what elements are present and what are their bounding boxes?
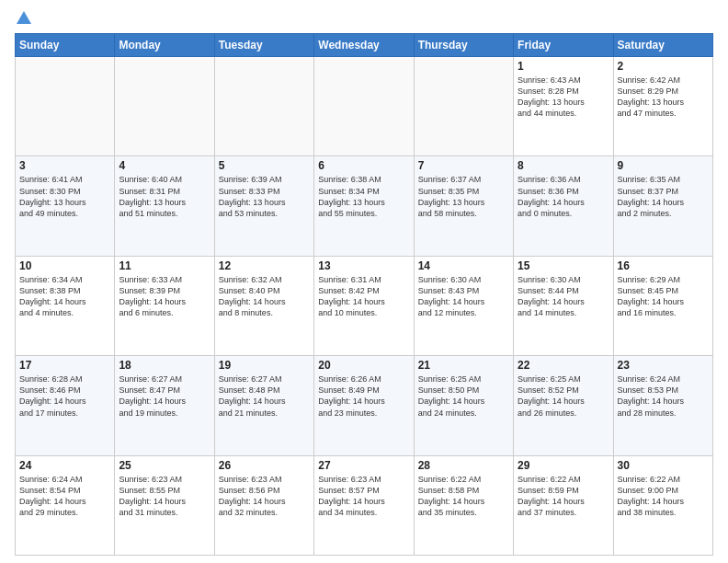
day-info: Sunrise: 6:23 AM Sunset: 8:57 PM Dayligh… bbox=[318, 474, 409, 519]
calendar-cell: 24Sunrise: 6:24 AM Sunset: 8:54 PM Dayli… bbox=[16, 455, 115, 555]
calendar-week-5: 24Sunrise: 6:24 AM Sunset: 8:54 PM Dayli… bbox=[16, 455, 713, 555]
day-info: Sunrise: 6:40 AM Sunset: 8:31 PM Dayligh… bbox=[119, 174, 210, 219]
calendar-cell: 5Sunrise: 6:39 AM Sunset: 8:33 PM Daylig… bbox=[214, 156, 313, 256]
day-number: 8 bbox=[518, 159, 609, 172]
calendar-cell: 21Sunrise: 6:25 AM Sunset: 8:50 PM Dayli… bbox=[414, 356, 513, 455]
calendar-header: SundayMondayTuesdayWednesdayThursdayFrid… bbox=[16, 34, 713, 57]
calendar-header-sunday: Sunday bbox=[16, 34, 115, 57]
calendar-header-thursday: Thursday bbox=[414, 34, 513, 57]
calendar-cell: 29Sunrise: 6:22 AM Sunset: 8:59 PM Dayli… bbox=[514, 455, 613, 555]
day-info: Sunrise: 6:34 AM Sunset: 8:38 PM Dayligh… bbox=[19, 274, 110, 319]
day-number: 24 bbox=[19, 459, 110, 472]
day-info: Sunrise: 6:27 AM Sunset: 8:47 PM Dayligh… bbox=[119, 373, 210, 419]
day-number: 11 bbox=[119, 259, 210, 272]
calendar-cell bbox=[414, 57, 513, 156]
calendar-week-4: 17Sunrise: 6:28 AM Sunset: 8:46 PM Dayli… bbox=[16, 356, 713, 455]
day-number: 29 bbox=[518, 459, 609, 472]
calendar-cell: 9Sunrise: 6:35 AM Sunset: 8:37 PM Daylig… bbox=[613, 156, 712, 256]
calendar-week-3: 10Sunrise: 6:34 AM Sunset: 8:38 PM Dayli… bbox=[16, 256, 713, 355]
calendar-cell: 7Sunrise: 6:37 AM Sunset: 8:35 PM Daylig… bbox=[414, 156, 513, 256]
day-number: 23 bbox=[618, 359, 709, 372]
calendar-cell: 22Sunrise: 6:25 AM Sunset: 8:52 PM Dayli… bbox=[514, 356, 613, 455]
day-info: Sunrise: 6:41 AM Sunset: 8:30 PM Dayligh… bbox=[19, 174, 110, 219]
day-info: Sunrise: 6:36 AM Sunset: 8:36 PM Dayligh… bbox=[518, 174, 609, 219]
day-number: 6 bbox=[318, 159, 409, 172]
day-info: Sunrise: 6:37 AM Sunset: 8:35 PM Dayligh… bbox=[418, 174, 509, 219]
calendar-header-saturday: Saturday bbox=[613, 34, 712, 57]
day-number: 18 bbox=[119, 359, 210, 372]
calendar-cell: 4Sunrise: 6:40 AM Sunset: 8:31 PM Daylig… bbox=[115, 156, 214, 256]
calendar-cell: 12Sunrise: 6:32 AM Sunset: 8:40 PM Dayli… bbox=[214, 256, 313, 355]
day-number: 15 bbox=[518, 259, 609, 272]
calendar-header-monday: Monday bbox=[115, 34, 214, 57]
day-info: Sunrise: 6:25 AM Sunset: 8:50 PM Dayligh… bbox=[418, 373, 509, 419]
calendar-cell: 16Sunrise: 6:29 AM Sunset: 8:45 PM Dayli… bbox=[613, 256, 712, 355]
day-number: 21 bbox=[418, 359, 509, 372]
calendar-cell: 18Sunrise: 6:27 AM Sunset: 8:47 PM Dayli… bbox=[115, 356, 214, 455]
logo bbox=[15, 11, 31, 26]
day-number: 14 bbox=[418, 259, 509, 272]
header bbox=[15, 11, 713, 26]
calendar-cell: 25Sunrise: 6:23 AM Sunset: 8:55 PM Dayli… bbox=[115, 455, 214, 555]
day-info: Sunrise: 6:31 AM Sunset: 8:42 PM Dayligh… bbox=[318, 274, 409, 319]
calendar-header-wednesday: Wednesday bbox=[314, 34, 414, 57]
calendar-header-friday: Friday bbox=[514, 34, 613, 57]
day-number: 16 bbox=[618, 259, 709, 272]
calendar-header-tuesday: Tuesday bbox=[214, 34, 313, 57]
day-number: 10 bbox=[19, 259, 110, 272]
calendar-cell: 14Sunrise: 6:30 AM Sunset: 8:43 PM Dayli… bbox=[414, 256, 513, 355]
day-number: 4 bbox=[119, 159, 210, 172]
day-info: Sunrise: 6:42 AM Sunset: 8:29 PM Dayligh… bbox=[618, 75, 709, 120]
calendar-cell: 3Sunrise: 6:41 AM Sunset: 8:30 PM Daylig… bbox=[16, 156, 115, 256]
day-number: 27 bbox=[318, 459, 409, 472]
day-number: 20 bbox=[318, 359, 409, 372]
calendar-cell bbox=[115, 57, 214, 156]
day-number: 1 bbox=[518, 60, 609, 73]
calendar-table: SundayMondayTuesdayWednesdayThursdayFrid… bbox=[15, 33, 713, 556]
calendar-cell: 6Sunrise: 6:38 AM Sunset: 8:34 PM Daylig… bbox=[314, 156, 414, 256]
calendar-cell: 15Sunrise: 6:30 AM Sunset: 8:44 PM Dayli… bbox=[514, 256, 613, 355]
calendar-cell: 28Sunrise: 6:22 AM Sunset: 8:58 PM Dayli… bbox=[414, 455, 513, 555]
calendar-week-1: 1Sunrise: 6:43 AM Sunset: 8:28 PM Daylig… bbox=[16, 57, 713, 156]
calendar-cell: 27Sunrise: 6:23 AM Sunset: 8:57 PM Dayli… bbox=[314, 455, 414, 555]
day-number: 3 bbox=[19, 159, 110, 172]
day-info: Sunrise: 6:22 AM Sunset: 9:00 PM Dayligh… bbox=[618, 474, 709, 519]
day-info: Sunrise: 6:30 AM Sunset: 8:43 PM Dayligh… bbox=[418, 274, 509, 319]
calendar-cell: 11Sunrise: 6:33 AM Sunset: 8:39 PM Dayli… bbox=[115, 256, 214, 355]
calendar-cell: 20Sunrise: 6:26 AM Sunset: 8:49 PM Dayli… bbox=[314, 356, 414, 455]
day-info: Sunrise: 6:30 AM Sunset: 8:44 PM Dayligh… bbox=[518, 274, 609, 319]
calendar-cell: 30Sunrise: 6:22 AM Sunset: 9:00 PM Dayli… bbox=[613, 455, 712, 555]
calendar-week-2: 3Sunrise: 6:41 AM Sunset: 8:30 PM Daylig… bbox=[16, 156, 713, 256]
day-info: Sunrise: 6:26 AM Sunset: 8:49 PM Dayligh… bbox=[318, 373, 409, 419]
calendar-cell: 17Sunrise: 6:28 AM Sunset: 8:46 PM Dayli… bbox=[16, 356, 115, 455]
day-info: Sunrise: 6:35 AM Sunset: 8:37 PM Dayligh… bbox=[618, 174, 709, 219]
day-number: 28 bbox=[418, 459, 509, 472]
day-number: 17 bbox=[19, 359, 110, 372]
calendar-cell: 8Sunrise: 6:36 AM Sunset: 8:36 PM Daylig… bbox=[514, 156, 613, 256]
calendar-cell: 23Sunrise: 6:24 AM Sunset: 8:53 PM Dayli… bbox=[613, 356, 712, 455]
day-info: Sunrise: 6:32 AM Sunset: 8:40 PM Dayligh… bbox=[219, 274, 310, 319]
calendar-cell bbox=[314, 57, 414, 156]
page: SundayMondayTuesdayWednesdayThursdayFrid… bbox=[0, 0, 728, 563]
day-info: Sunrise: 6:24 AM Sunset: 8:54 PM Dayligh… bbox=[19, 474, 110, 519]
calendar-cell: 1Sunrise: 6:43 AM Sunset: 8:28 PM Daylig… bbox=[514, 57, 613, 156]
day-number: 30 bbox=[618, 459, 709, 472]
day-info: Sunrise: 6:39 AM Sunset: 8:33 PM Dayligh… bbox=[219, 174, 310, 219]
day-number: 2 bbox=[618, 60, 709, 73]
calendar-cell: 26Sunrise: 6:23 AM Sunset: 8:56 PM Dayli… bbox=[214, 455, 313, 555]
day-number: 26 bbox=[219, 459, 310, 472]
calendar-cell bbox=[16, 57, 115, 156]
day-number: 13 bbox=[318, 259, 409, 272]
day-info: Sunrise: 6:24 AM Sunset: 8:53 PM Dayligh… bbox=[618, 373, 709, 419]
day-info: Sunrise: 6:33 AM Sunset: 8:39 PM Dayligh… bbox=[119, 274, 210, 319]
logo-triangle-icon bbox=[17, 11, 31, 24]
calendar-body: 1Sunrise: 6:43 AM Sunset: 8:28 PM Daylig… bbox=[16, 57, 713, 556]
calendar-cell: 13Sunrise: 6:31 AM Sunset: 8:42 PM Dayli… bbox=[314, 256, 414, 355]
day-info: Sunrise: 6:28 AM Sunset: 8:46 PM Dayligh… bbox=[19, 373, 110, 419]
day-info: Sunrise: 6:29 AM Sunset: 8:45 PM Dayligh… bbox=[618, 274, 709, 319]
day-info: Sunrise: 6:22 AM Sunset: 8:58 PM Dayligh… bbox=[418, 474, 509, 519]
day-info: Sunrise: 6:23 AM Sunset: 8:56 PM Dayligh… bbox=[219, 474, 310, 519]
day-number: 25 bbox=[119, 459, 210, 472]
day-number: 9 bbox=[618, 159, 709, 172]
day-info: Sunrise: 6:27 AM Sunset: 8:48 PM Dayligh… bbox=[219, 373, 310, 419]
